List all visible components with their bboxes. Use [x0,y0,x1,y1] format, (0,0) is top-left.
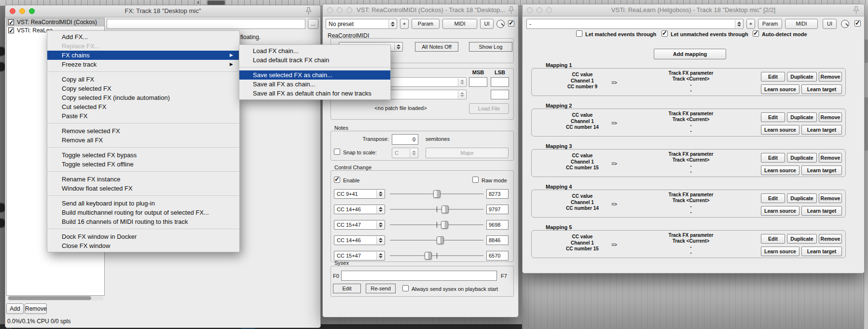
preset-stepper[interactable] [735,20,743,28]
edit-button[interactable]: Edit [761,193,785,203]
edit-button[interactable]: Edit [761,234,785,244]
cc-select-dropdown[interactable]: CC 14+46 [334,235,385,245]
zoom-button[interactable] [346,7,352,13]
fx-enabled-checkbox[interactable] [508,20,514,27]
menu-item-save-all-fx-as-default-chain-for-new-tracks[interactable]: Save all FX as default chain for new tra… [239,89,390,98]
menu-item-build-16-channels-of-midi-routing-to-this-track[interactable]: Build 16 channels of MIDI routing to thi… [47,217,239,226]
zoom-button[interactable] [546,7,552,13]
cc-select-stepper[interactable] [376,252,384,260]
add-fx-button[interactable]: Add [6,303,24,314]
always-send-sysex-checkbox[interactable] [402,285,409,291]
sysex-edit-button[interactable]: Edit [333,284,361,293]
preset-dropdown[interactable]: - [526,19,744,29]
edit-button[interactable]: Edit [761,112,785,122]
program-stepper[interactable] [458,91,466,98]
minimize-button[interactable] [19,8,25,14]
duplicate-button[interactable]: Duplicate [787,72,817,82]
learn-source-button[interactable]: Learn source [761,206,799,216]
close-button[interactable] [327,7,333,13]
cc-select-stepper[interactable] [376,221,384,229]
scale-type-dropdown[interactable]: Major [426,148,509,158]
duplicate-button[interactable]: Duplicate [787,193,817,203]
fx-list-item-vst-reacontrolmidi-cockos[interactable]: VST: ReaControlMIDI (Cockos) [7,18,104,27]
cc-select-dropdown[interactable]: CC 15+47 [334,220,385,230]
menu-item-copy-selected-fx[interactable]: Copy selected FX [47,84,239,93]
option-checkbox-let-matched-events-through[interactable] [576,30,582,37]
close-button[interactable] [527,7,533,13]
menu-item-send-all-keyboard-input-to-plug-in[interactable]: Send all keyboard input to plug-in [47,199,239,208]
learn-target-button[interactable]: Learn target [801,125,842,135]
menu-item-cut-selected-fx[interactable]: Cut selected FX [47,102,239,111]
msb-field[interactable] [469,77,487,87]
fx-window-titlebar[interactable]: FX: Track 18 "Desktop mic" [5,5,320,17]
menu-item-copy-all-fx[interactable]: Copy all FX [47,75,239,84]
cc-value-slider[interactable] [390,189,483,199]
learn-source-button[interactable]: Learn source [761,84,799,94]
fx-list-hscrollbar[interactable] [7,296,104,301]
edit-button[interactable]: Edit [761,153,785,163]
remove-button[interactable]: Remove [819,234,842,244]
midi-button[interactable]: MIDI [785,19,818,29]
learn-source-button[interactable]: Learn source [761,247,799,256]
remove-button[interactable]: Remove [819,153,842,163]
ui-button[interactable]: UI [480,19,494,29]
menu-item-paste-fx[interactable]: Paste FX [47,111,239,121]
cc-select-stepper[interactable] [376,236,384,244]
minimize-button[interactable] [537,7,542,13]
menu-item-replace-fx[interactable]: Replace FX... [47,41,239,51]
pin-icon[interactable] [304,7,313,15]
realearn-titlebar[interactable]: VSTi: ReaLearn (Helgoboss) - Track 18 "D… [523,4,864,16]
preset-stepper[interactable] [388,20,396,28]
transpose-field[interactable] [392,134,418,145]
cc-value-field[interactable]: 8846 [486,235,509,245]
menu-item-load-fx-chain[interactable]: Load FX chain... [239,46,390,55]
menu-item-save-selected-fx-as-chain[interactable]: Save selected FX as chain... [239,70,390,80]
menu-item-build-multichannel-routing-for-output-of-selected-fx[interactable]: Build multichannel routing for output of… [47,208,239,217]
remove-button[interactable]: Remove [819,112,842,122]
cc-select-dropdown[interactable]: CC 15+47 [334,251,385,260]
close-button[interactable] [10,8,15,14]
more-button[interactable]: ... [308,19,318,29]
option-checkbox-let-unmatched-events-through[interactable] [661,30,668,37]
reacontrolmidi-titlebar[interactable]: VST: ReaControlMIDI (Cockos) - Track 18 … [323,4,518,16]
sysex-field[interactable] [341,271,497,281]
menu-item-add-fx[interactable]: Add FX... [47,32,239,41]
bank-stepper[interactable] [458,78,466,86]
param-button[interactable]: Param [758,19,782,29]
cc-value-field[interactable]: 9698 [486,220,509,230]
menu-item-toggle-selected-fx-bypass[interactable]: Toggle selected FX bypass [47,151,239,160]
edit-button[interactable]: Edit [761,72,785,82]
cc-value-slider[interactable] [390,251,483,260]
learn-target-button[interactable]: Learn target [801,206,842,216]
remove-button[interactable]: Remove [819,193,842,203]
load-file-button[interactable]: Load File [469,103,509,114]
slider-thumb[interactable] [441,221,448,229]
cc-value-field[interactable]: 9797 [486,205,509,214]
program-lsb-field[interactable] [491,90,509,99]
duplicate-button[interactable]: Duplicate [787,234,817,244]
learn-target-button[interactable]: Learn target [801,247,842,256]
menu-item-rename-fx-instance[interactable]: Rename FX instance [47,175,239,184]
pin-icon[interactable] [852,6,860,14]
cc-value-slider[interactable] [390,220,483,230]
remove-fx-button[interactable]: Remove [25,303,47,314]
learn-source-button[interactable]: Learn source [761,165,799,175]
cc-value-field[interactable]: 8273 [486,189,509,199]
slider-thumb[interactable] [433,190,441,198]
slider-thumb[interactable] [441,206,449,213]
duplicate-button[interactable]: Duplicate [787,153,817,163]
scale-root-stepper[interactable] [410,149,417,157]
scale-root-dropdown[interactable]: C [392,148,418,158]
learn-source-button[interactable]: Learn source [761,125,799,135]
wet-dry-knob-icon[interactable] [496,20,505,28]
cc-select-stepper[interactable] [376,190,384,198]
menu-item-close-fx-window[interactable]: Close FX window [47,241,239,250]
all-notes-off-button[interactable]: All Notes Off [415,42,458,52]
cc-value-slider[interactable] [390,205,483,214]
menu-item-toggle-selected-fx-offline[interactable]: Toggle selected FX offline [47,160,239,169]
menu-item-window-float-selected-fx[interactable]: Window float selected FX [47,184,239,193]
fx-comment-input[interactable] [107,19,305,29]
cc-enable-checkbox[interactable] [334,177,340,183]
lsb-field[interactable] [491,77,509,87]
menu-item-remove-all-fx[interactable]: Remove all FX [47,136,239,145]
